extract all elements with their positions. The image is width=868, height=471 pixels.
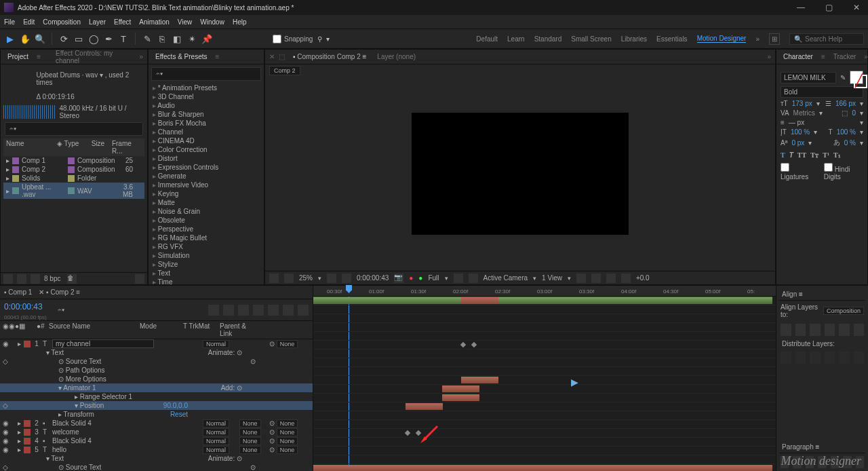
effects-category[interactable]: Blur & Sharpen	[149, 110, 264, 119]
folder-icon[interactable]	[17, 274, 26, 284]
timeline-layer-row[interactable]: ⊙ More Options	[0, 375, 313, 383]
timeline-layer-row[interactable]: ▾ TextAnimate: ⊙	[0, 348, 313, 357]
tl-icon-7[interactable]	[298, 305, 309, 316]
stroke-width[interactable]: — px	[789, 119, 804, 126]
v2-icon[interactable]	[591, 274, 601, 283]
dist-2[interactable]	[795, 352, 806, 364]
time-value[interactable]: 0:00:00:43	[357, 274, 389, 282]
ws-essentials[interactable]: Essentials	[656, 35, 688, 43]
timecode[interactable]: 0:00:00:43	[0, 299, 51, 314]
resolution[interactable]: Full	[428, 274, 439, 282]
effects-category[interactable]: Noise & Grain	[149, 207, 264, 216]
effects-category[interactable]: * Animation Presets	[149, 83, 264, 92]
effects-category[interactable]: 3D Channel	[149, 92, 264, 101]
grid-icon[interactable]	[454, 274, 463, 283]
tl-tab-comp2[interactable]: ✕ ▪ Comp 2 ≡	[39, 288, 80, 296]
menu-view[interactable]: View	[178, 18, 193, 26]
timeline-layer-row[interactable]: ◇⊙ Source Text⊙	[0, 357, 313, 366]
effects-category[interactable]: Obsolete	[149, 216, 264, 225]
project-tab[interactable]: Project	[5, 52, 31, 62]
tl-icon-2[interactable]	[223, 305, 234, 316]
panel-overflow[interactable]: »	[139, 53, 143, 60]
selection-tool[interactable]: ▶	[4, 33, 16, 45]
menu-effect[interactable]: Effect	[114, 18, 131, 26]
menu-animation[interactable]: Animation	[139, 18, 169, 26]
type-tool[interactable]: T	[117, 33, 130, 45]
zoom-tool[interactable]: 🔍	[34, 33, 46, 45]
tl-icon-4[interactable]	[253, 305, 264, 316]
time-ruler[interactable]: 00:30f01:00f01:30f02:00f02:30f03:00f03:3…	[313, 286, 776, 297]
effects-category[interactable]: Perspective	[149, 225, 264, 233]
pen-tool[interactable]: ✒	[102, 33, 115, 45]
comp-tab[interactable]: ▪ Composition Comp 2 ≡	[290, 52, 369, 62]
menu-edit[interactable]: Edit	[23, 18, 35, 26]
help-search-input[interactable]	[805, 35, 859, 43]
timeline-layer-row[interactable]: ◉▸3TwelcomeNormalNone⊙ None	[0, 428, 313, 436]
menu-file[interactable]: File	[4, 18, 15, 26]
ws-learn[interactable]: Learn	[507, 35, 525, 43]
effects-category[interactable]: Simulation	[149, 251, 264, 260]
effects-category[interactable]: Time	[149, 278, 264, 284]
vscale[interactable]: 100 %	[791, 128, 810, 136]
zoom-value[interactable]: 25%	[299, 274, 313, 282]
project-search[interactable]: 𝄐▾	[5, 122, 143, 136]
tracking[interactable]: 0	[852, 109, 856, 117]
effects-category[interactable]: Color Correction	[149, 145, 264, 154]
res-icon[interactable]	[327, 274, 336, 283]
ws-more[interactable]: »	[755, 35, 760, 43]
ellipse-tool[interactable]: ◯	[87, 33, 100, 45]
comp-back-icon[interactable]: ✕	[269, 53, 275, 60]
smallcaps-btn[interactable]: Tᴛ	[810, 151, 818, 159]
cti-head[interactable]	[346, 285, 352, 293]
project-row[interactable]: ▸Upbeat ... .wavWAV3.6 MB	[3, 183, 144, 199]
v1-icon[interactable]	[576, 274, 586, 283]
align-target[interactable]: Composition	[823, 307, 864, 315]
interp-icon[interactable]	[3, 274, 13, 284]
effects-category[interactable]: CINEMA 4D	[149, 136, 264, 145]
ws-motiondesigner[interactable]: Motion Designer	[697, 35, 747, 43]
trash-icon[interactable]: 🗑	[67, 274, 77, 284]
timeline-right[interactable]: 00:30f01:00f01:30f02:00f02:30f03:00f03:3…	[313, 286, 776, 471]
effects-category[interactable]: Stylize	[149, 260, 264, 269]
sub-btn[interactable]: T₁	[833, 151, 841, 159]
orbit-tool[interactable]: ⟳	[58, 33, 70, 45]
effects-category[interactable]: RG VFX	[149, 242, 264, 251]
super-btn[interactable]: T¹	[823, 151, 829, 159]
views-select[interactable]: 1 View	[542, 274, 562, 282]
italic-btn[interactable]: T	[789, 151, 793, 159]
align-bottom[interactable]	[854, 324, 865, 336]
comp-icon[interactable]	[31, 274, 40, 284]
effects-category[interactable]: Audio	[149, 101, 264, 110]
dist-6[interactable]	[854, 352, 865, 364]
channel-icon[interactable]	[284, 274, 294, 283]
tl-icon-5[interactable]	[268, 305, 279, 316]
hscale[interactable]: 100 %	[837, 128, 856, 136]
snapping-toggle[interactable]: Snapping ⚲ ▾	[273, 35, 330, 43]
align-vcenter[interactable]	[839, 324, 850, 336]
comp-flow-icon[interactable]: ⬚	[279, 53, 285, 60]
effects-category[interactable]: Text	[149, 269, 264, 278]
tl-tab-comp1[interactable]: ▪ Comp 1	[4, 288, 32, 296]
dist-3[interactable]	[810, 352, 821, 364]
leading[interactable]: 166 px	[835, 100, 856, 107]
tl-icon-1[interactable]	[208, 305, 219, 316]
help-search[interactable]: 🔍	[789, 33, 864, 45]
layer-tab[interactable]: Layer (none)	[374, 52, 418, 62]
timeline-layer-row[interactable]: ◉▸1Tmy channelNormal⊙ None	[0, 339, 313, 348]
menu-layer[interactable]: Layer	[89, 18, 106, 26]
effect-controls-tab[interactable]: Effect Controls: my channel	[53, 48, 134, 66]
comp-breadcrumb[interactable]: Comp 2	[269, 66, 300, 75]
timeline-layer-row[interactable]: ▸ Range Selector 1	[0, 392, 313, 401]
menu-window[interactable]: Window	[200, 18, 224, 26]
project-row[interactable]: ▸SolidsFolder	[3, 174, 144, 183]
snapshot-icon[interactable]: 📷	[394, 274, 403, 283]
dist-1[interactable]	[781, 352, 791, 364]
effects-category[interactable]: Matte	[149, 198, 264, 207]
align-top[interactable]	[825, 324, 835, 336]
track-area[interactable]: ▶	[313, 297, 776, 471]
bpc-toggle[interactable]: 8 bpc	[44, 275, 60, 282]
effects-category[interactable]: RG Magic Bullet	[149, 233, 264, 242]
roto-tool[interactable]: ✴	[186, 33, 198, 45]
tracker-tab[interactable]: Tracker	[831, 52, 859, 62]
clone-tool[interactable]: ⎘	[156, 33, 168, 45]
